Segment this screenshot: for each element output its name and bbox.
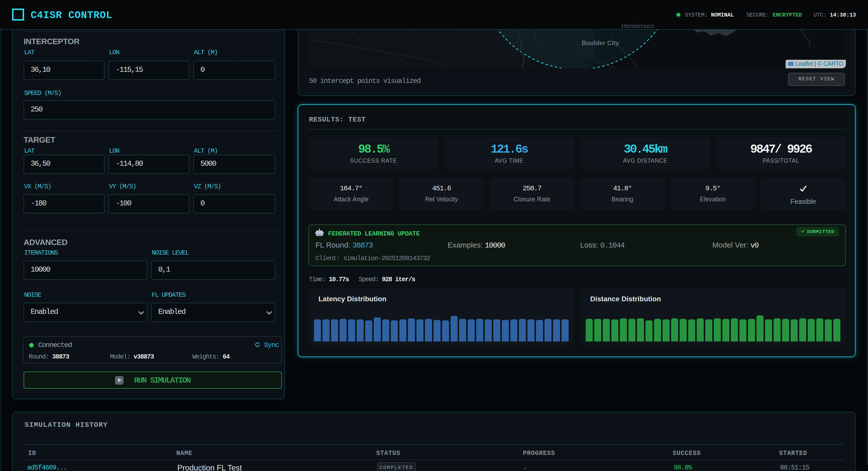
svg-text:Boulder City: Boulder City	[582, 39, 619, 46]
